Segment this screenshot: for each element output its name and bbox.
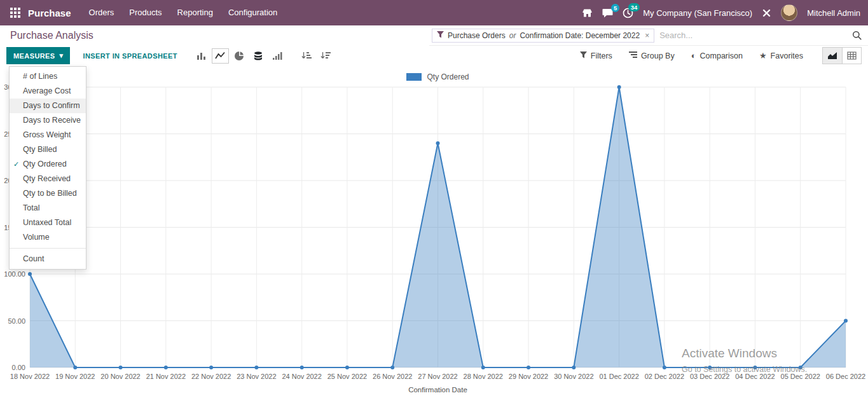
- measures-menu-item[interactable]: Qty to be Billed: [10, 186, 86, 201]
- pie-chart-icon[interactable]: [231, 48, 248, 64]
- top-navbar: Purchase OrdersProductsReportingConfigur…: [0, 0, 868, 25]
- legend-swatch: [406, 73, 422, 81]
- svg-text:29 Nov 2022: 29 Nov 2022: [509, 373, 548, 380]
- funnel-icon: [437, 31, 444, 40]
- svg-text:21 Nov 2022: 21 Nov 2022: [146, 373, 186, 380]
- measures-menu-item-count[interactable]: Count: [10, 252, 86, 266]
- insert-in-spreadsheet-button[interactable]: INSERT IN SPREADSHEET: [83, 52, 177, 60]
- view-switcher: [822, 47, 862, 64]
- pivot-view-button[interactable]: [842, 48, 861, 64]
- purchase-analysis-page: { "colors": { "navbar_bg": "#714B67", "p…: [0, 0, 868, 398]
- svg-text:06 Dec 2022: 06 Dec 2022: [826, 373, 865, 380]
- svg-text:18 Nov 2022: 18 Nov 2022: [10, 373, 50, 380]
- messages-badge: 5: [611, 4, 619, 13]
- measures-menu-item[interactable]: ✓Qty Ordered: [10, 157, 86, 172]
- svg-text:20 Nov 2022: 20 Nov 2022: [100, 373, 140, 380]
- svg-text:30 Nov 2022: 30 Nov 2022: [554, 373, 593, 380]
- page-title: Purchase Analysis: [0, 30, 93, 41]
- measures-menu-item[interactable]: Qty Received: [10, 172, 86, 186]
- search-bar[interactable]: Purchase Orders or Confirmation Date: De…: [429, 25, 868, 46]
- svg-text:27 Nov 2022: 27 Nov 2022: [418, 373, 457, 380]
- breadcrumb-row: Purchase Analysis Purchase Orders or Con…: [0, 25, 868, 46]
- caret-down-icon: ▾: [60, 51, 64, 60]
- cumulative-icon[interactable]: [269, 48, 286, 64]
- svg-text:26 Nov 2022: 26 Nov 2022: [373, 373, 412, 380]
- nav-item-configuration[interactable]: Configuration: [221, 0, 285, 25]
- svg-text:22 Nov 2022: 22 Nov 2022: [191, 373, 231, 380]
- messages-icon[interactable]: 5: [602, 8, 613, 18]
- svg-text:05 Dec 2022: 05 Dec 2022: [781, 373, 820, 380]
- main-menu: OrdersProductsReportingConfiguration: [81, 0, 286, 25]
- line-chart-icon[interactable]: [212, 48, 229, 64]
- measures-menu-item[interactable]: Gross Weight: [10, 128, 86, 142]
- svg-text:01 Dec 2022: 01 Dec 2022: [599, 373, 638, 380]
- group-by-icon: [629, 51, 637, 60]
- user-avatar[interactable]: [781, 4, 797, 21]
- check-icon: ✓: [13, 157, 19, 172]
- measures-menu-item[interactable]: Total: [10, 201, 86, 216]
- svg-text:0.00: 0.00: [12, 364, 25, 371]
- nav-item-products[interactable]: Products: [121, 0, 169, 25]
- x-axis-title: Confirmation Date: [30, 386, 846, 394]
- svg-text:100.00: 100.00: [4, 270, 25, 278]
- facet-remove-icon[interactable]: ×: [644, 31, 649, 40]
- nav-item-reporting[interactable]: Reporting: [170, 0, 221, 25]
- developer-tools-icon[interactable]: [762, 8, 771, 18]
- app-name[interactable]: Purchase: [28, 8, 71, 18]
- svg-text:28 Nov 2022: 28 Nov 2022: [464, 373, 503, 380]
- measures-dropdown-menu: # of LinesAverage CostDays to ConfirmDay…: [9, 66, 86, 270]
- measures-menu-item[interactable]: Untaxed Total: [10, 216, 86, 230]
- filters-button[interactable]: Filters: [580, 51, 612, 60]
- user-menu[interactable]: Mitchell Admin: [807, 8, 860, 18]
- group-by-button[interactable]: Group By: [629, 51, 675, 60]
- legend-label: Qty Ordered: [427, 72, 469, 81]
- measures-menu-item[interactable]: Days to Receive: [10, 113, 86, 128]
- chart-type-switcher: [193, 48, 334, 64]
- menu-divider: [10, 248, 86, 249]
- svg-text:50.00: 50.00: [8, 317, 25, 325]
- activities-clock-icon[interactable]: 34: [623, 8, 633, 18]
- filter-funnel-icon: [580, 51, 587, 60]
- company-switcher[interactable]: My Company (San Francisco): [643, 8, 752, 18]
- facet-text-right: Confirmation Date: December 2022: [520, 31, 640, 40]
- sort-ascending-icon[interactable]: [298, 48, 315, 64]
- svg-text:03 Dec 2022: 03 Dec 2022: [690, 373, 729, 380]
- apps-grid-icon[interactable]: [10, 8, 20, 18]
- search-icon[interactable]: [852, 31, 862, 40]
- storefront-icon[interactable]: [582, 8, 593, 18]
- search-input[interactable]: [654, 31, 852, 40]
- stacked-icon[interactable]: [250, 48, 267, 64]
- measures-menu-item[interactable]: Qty Billed: [10, 142, 86, 157]
- activities-badge: 34: [628, 3, 640, 12]
- bar-chart-icon[interactable]: [193, 48, 210, 64]
- nav-item-orders[interactable]: Orders: [81, 0, 122, 25]
- svg-text:19 Nov 2022: 19 Nov 2022: [55, 373, 95, 380]
- main-chart[interactable]: 0.0050.00100.00150.00200.00250.00300.001…: [0, 65, 868, 398]
- facet-text-left: Purchase Orders: [448, 31, 506, 40]
- svg-text:02 Dec 2022: 02 Dec 2022: [645, 373, 684, 380]
- measures-menu-item[interactable]: Average Cost: [10, 84, 86, 99]
- control-panel: MEASURES ▾ INSERT IN SPREADSHEET: [0, 46, 868, 65]
- svg-text:04 Dec 2022: 04 Dec 2022: [735, 373, 775, 380]
- measures-menu-item[interactable]: Days to Confirm: [10, 99, 86, 113]
- svg-text:23 Nov 2022: 23 Nov 2022: [237, 373, 276, 380]
- measures-menu-item[interactable]: # of Lines: [10, 69, 86, 84]
- measures-menu-item[interactable]: Volume: [10, 230, 86, 245]
- search-facet[interactable]: Purchase Orders or Confirmation Date: De…: [432, 29, 654, 43]
- chart-legend: Qty Ordered: [30, 72, 846, 81]
- chart-area: Qty Ordered 0.0050.00100.00150.00200.002…: [0, 65, 868, 398]
- svg-text:25 Nov 2022: 25 Nov 2022: [327, 373, 367, 380]
- comparison-button[interactable]: ◐ Comparison: [691, 51, 743, 60]
- sort-descending-icon[interactable]: [317, 48, 334, 64]
- star-icon: ★: [759, 51, 767, 60]
- facet-text-or: or: [509, 31, 516, 40]
- comparison-icon: ◐: [691, 51, 696, 60]
- measures-button[interactable]: MEASURES ▾: [6, 47, 70, 64]
- svg-text:24 Nov 2022: 24 Nov 2022: [282, 373, 321, 380]
- favorites-button[interactable]: ★ Favorites: [759, 51, 803, 60]
- graph-view-button[interactable]: [823, 48, 842, 64]
